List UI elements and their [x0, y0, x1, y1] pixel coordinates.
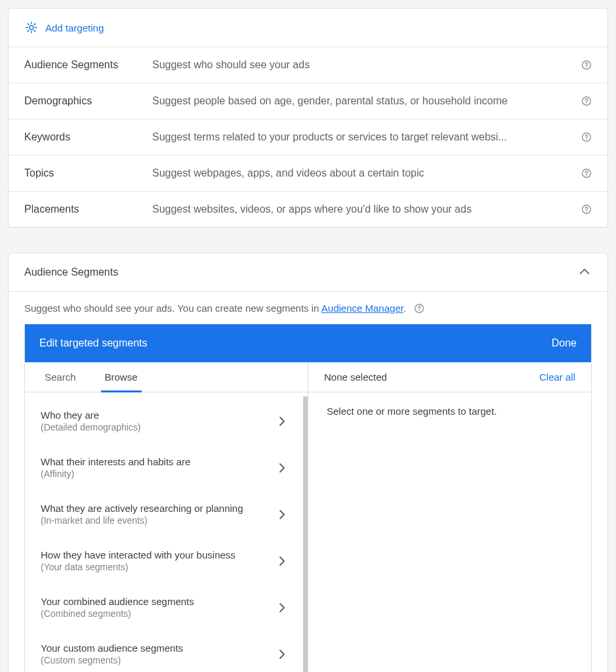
browse-item-sub: (Combined segments)	[41, 608, 194, 619]
chevron-right-icon	[276, 509, 288, 520]
chevron-right-icon	[276, 555, 288, 567]
browse-item-combined[interactable]: Your combined audience segments (Combine…	[25, 584, 301, 631]
targeting-row-label: Keywords	[24, 131, 152, 143]
targeting-row-desc: Suggest who should see your ads	[152, 59, 576, 71]
targeting-row-label: Placements	[24, 203, 152, 215]
segment-tabs: Search Browse	[25, 362, 308, 392]
browse-item-sub: (Custom segments)	[41, 655, 183, 665]
tab-browse[interactable]: Browse	[101, 362, 142, 392]
add-targeting-button[interactable]: Add targeting	[9, 9, 607, 47]
chevron-right-icon	[276, 648, 288, 660]
browse-item-in-market[interactable]: What they are actively researching or pl…	[25, 491, 301, 537]
help-icon[interactable]	[581, 204, 592, 215]
browse-item-sub: (Detailed demographics)	[41, 422, 141, 432]
targeting-row-desc: Suggest webpages, apps, and videos about…	[152, 167, 576, 179]
browse-list: Who they are (Detailed demographics) Wha…	[25, 392, 308, 672]
help-icon[interactable]	[414, 303, 424, 314]
browse-item-sub: (Your data segments)	[41, 562, 236, 572]
help-icon[interactable]	[581, 96, 592, 106]
browse-item-title: What they are actively researching or pl…	[41, 503, 243, 514]
help-icon[interactable]	[581, 60, 592, 70]
chevron-right-icon	[276, 602, 288, 614]
segments-two-column: Search Browse Who they are (Detailed dem…	[25, 362, 591, 672]
targeting-row-label: Demographics	[24, 95, 152, 107]
browse-item-title: What their interests and habits are	[41, 456, 190, 467]
audience-segments-title: Audience Segments	[24, 266, 118, 278]
help-icon[interactable]	[581, 168, 592, 178]
browse-item-your-data[interactable]: How they have interacted with your busin…	[25, 537, 301, 584]
selected-count: None selected	[324, 371, 387, 383]
segments-left-column: Search Browse Who they are (Detailed dem…	[25, 362, 308, 672]
browse-item-title: How they have interacted with your busin…	[41, 549, 236, 560]
chevron-right-icon	[276, 462, 288, 474]
targeting-row-label: Topics	[24, 167, 152, 179]
targeting-options-card: Add targeting Audience Segments Suggest …	[8, 8, 608, 228]
targeting-row-label: Audience Segments	[24, 59, 152, 71]
targeting-row-audience-segments[interactable]: Audience Segments Suggest who should see…	[9, 47, 607, 83]
subtitle-post: .	[403, 303, 406, 314]
browse-item-title: Your custom audience segments	[41, 642, 183, 654]
audience-manager-link[interactable]: Audience Manager	[321, 303, 403, 314]
add-targeting-label: Add targeting	[45, 22, 104, 33]
targeting-row-topics[interactable]: Topics Suggest webpages, apps, and video…	[9, 155, 607, 191]
selected-body: Select one or more segments to target.	[308, 392, 591, 430]
browse-item-interests[interactable]: What their interests and habits are (Aff…	[25, 444, 301, 491]
browse-item-title: Your combined audience segments	[41, 596, 194, 607]
audience-segments-header[interactable]: Audience Segments	[9, 253, 607, 291]
targeting-row-placements[interactable]: Placements Suggest websites, videos, or …	[9, 191, 607, 227]
browse-item-custom[interactable]: Your custom audience segments (Custom se…	[25, 631, 301, 672]
browse-item-title: Who they are	[41, 410, 141, 421]
browse-item-who-they-are[interactable]: Who they are (Detailed demographics)	[25, 398, 301, 444]
audience-segments-card: Audience Segments Suggest who should see…	[8, 253, 608, 672]
targeting-row-desc: Suggest terms related to your products o…	[152, 131, 576, 143]
targeting-row-demographics[interactable]: Demographics Suggest people based on age…	[9, 83, 607, 119]
segments-right-column: None selected Clear all Select one or mo…	[308, 362, 591, 672]
chevron-up-icon	[577, 265, 592, 280]
targeting-row-keywords[interactable]: Keywords Suggest terms related to your p…	[9, 119, 607, 155]
tab-search[interactable]: Search	[41, 362, 80, 392]
done-button[interactable]: Done	[552, 337, 577, 349]
clear-all-button[interactable]: Clear all	[539, 371, 575, 383]
edit-segments-panel: Edit targeted segments Done Search Brows…	[24, 324, 592, 672]
gear-icon	[24, 20, 39, 35]
targeting-row-desc: Suggest websites, videos, or apps where …	[152, 203, 576, 215]
targeting-row-desc: Suggest people based on age, gender, par…	[152, 95, 576, 107]
selected-header: None selected Clear all	[308, 362, 591, 392]
help-icon[interactable]	[581, 132, 592, 142]
browse-item-sub: (Affinity)	[41, 469, 190, 479]
edit-segments-bar: Edit targeted segments Done	[25, 324, 591, 362]
browse-item-sub: (In-market and life events)	[41, 515, 243, 526]
audience-segments-subtitle: Suggest who should see your ads. You can…	[9, 291, 607, 324]
chevron-right-icon	[276, 415, 288, 427]
subtitle-pre: Suggest who should see your ads. You can…	[24, 303, 321, 314]
edit-segments-title: Edit targeted segments	[39, 337, 148, 349]
